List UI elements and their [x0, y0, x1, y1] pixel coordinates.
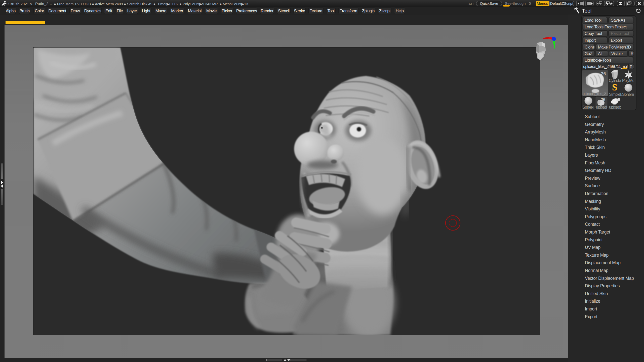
svg-text:S: S	[612, 82, 617, 92]
